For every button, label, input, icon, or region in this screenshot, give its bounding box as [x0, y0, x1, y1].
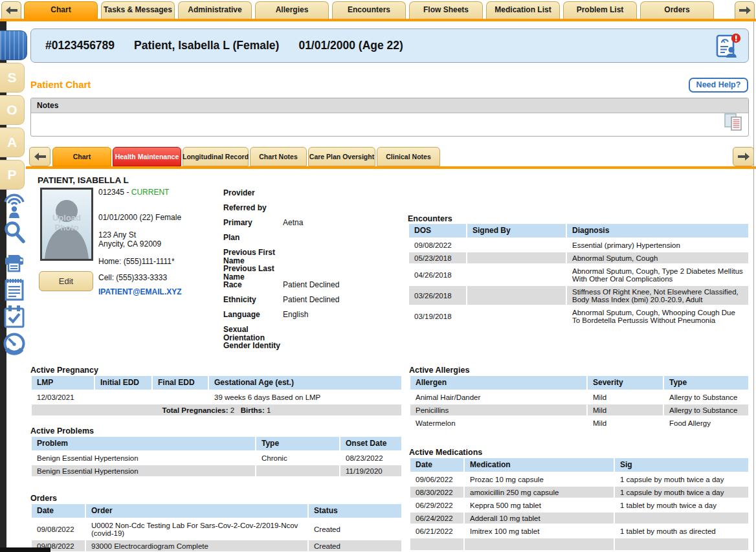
- col-diagnosis: Diagnosis: [567, 224, 748, 237]
- encounter-row[interactable]: 09/08/2022Essential (primary) Hypertensi…: [409, 239, 748, 250]
- top-tab-administrative[interactable]: Administrative: [178, 1, 252, 19]
- pregnancy-row[interactable]: 12/03/202139 weeks 6 days Based on LMP: [32, 392, 401, 403]
- table-header-row: Allergen Severity Type: [410, 376, 748, 390]
- encounter-row[interactable]: 04/26/2018Abnormal Sputum, Cough, Type 2…: [409, 265, 748, 284]
- col-type: Type: [256, 437, 339, 450]
- col-lmp: LMP: [32, 376, 94, 390]
- arrow-left-icon: [6, 6, 17, 14]
- active-medications-table: Date Medication Sig 09/06/2022Prozac 10 …: [409, 456, 750, 552]
- col-signed-by: Signed By: [467, 224, 566, 237]
- patient-photo-upload[interactable]: UploadPhoto: [40, 188, 93, 261]
- top-tab-tasks-messages[interactable]: Tasks & Messages: [101, 1, 175, 19]
- demo-value: [283, 248, 401, 265]
- sidebar-tab-subjective[interactable]: S: [0, 63, 25, 93]
- sidebar-tab-label: O: [6, 102, 17, 118]
- problem-row[interactable]: Benign Essential Hypertension11/19/2020: [32, 465, 401, 476]
- encounter-row[interactable]: 03/26/2018Stiffness Of Right Knee, Not E…: [409, 286, 748, 305]
- col-med-date: Date: [410, 458, 463, 472]
- sidebar-tab-objective[interactable]: O: [0, 95, 25, 125]
- top-tab-bar: Chart Tasks & Messages Administrative Al…: [0, 0, 756, 19]
- col-gestational-age: Gestational Age (est.): [209, 376, 401, 390]
- allergy-row[interactable]: WatermelonMildFood Allergy: [410, 417, 748, 428]
- sidebar-tab-chart[interactable]: [0, 30, 27, 60]
- chart-tab-health-maintenance[interactable]: Health Maintenance: [113, 147, 181, 166]
- chart-tab-clinical-notes[interactable]: Clinical Notes: [377, 147, 440, 166]
- active-pregnancy-title: Active Pregnancy: [30, 366, 98, 375]
- chart-tab-chart-notes[interactable]: Chart Notes: [250, 147, 307, 166]
- patient-dob-line: 01/01/2000 (22) Female: [98, 214, 181, 222]
- col-status: Status: [309, 504, 401, 518]
- demo-value: [283, 265, 401, 282]
- demo-value: [283, 204, 401, 212]
- medication-row[interactable]: 06/24/2022Adderall 10 mg tablet: [410, 513, 748, 524]
- patient-summary-icon: [714, 33, 741, 60]
- col-order: Order: [86, 504, 307, 518]
- medication-row[interactable]: 09/06/2022Prozac 10 mg capsule1 capsule …: [410, 474, 748, 485]
- upload-photo-label: UploadPhoto: [42, 213, 91, 232]
- patient-dob: 01/01/2000 (Age 22): [298, 39, 403, 52]
- top-tab-orders[interactable]: Orders: [640, 1, 714, 19]
- dictation-button[interactable]: [2, 192, 27, 218]
- search-icon: [3, 220, 26, 245]
- active-problems-title: Active Problems: [30, 426, 94, 436]
- window-right-border: [753, 21, 754, 552]
- col-date: Date: [32, 504, 85, 518]
- chart-tab-chart[interactable]: Chart: [52, 147, 111, 166]
- notes-label: Notes: [31, 98, 748, 113]
- allergy-row[interactable]: PenicillinsMildAllergy to Substance: [410, 404, 748, 415]
- arrow-right-icon: [739, 6, 751, 14]
- encounter-row[interactable]: 05/23/2018Abnormal Sputum, Cough: [409, 252, 748, 263]
- orders-title: Orders: [30, 494, 57, 503]
- calendar-check-icon: [2, 304, 27, 329]
- top-nav-back-button[interactable]: [1, 1, 21, 19]
- edit-patient-button[interactable]: Edit: [39, 271, 93, 291]
- top-tab-allergies[interactable]: Allergies: [255, 1, 329, 19]
- medication-row[interactable]: [410, 538, 748, 550]
- orders-table: Date Order Status 09/08/2022U0002 Non-Cd…: [30, 502, 403, 552]
- schedule-button[interactable]: [2, 304, 27, 329]
- paste-note-icon[interactable]: [724, 113, 744, 135]
- medication-row[interactable]: 06/21/2022Imitrex 100 mg tablet1 tablet …: [410, 525, 748, 536]
- patient-email-link[interactable]: IPATIENT@EMAIL.XYZ: [98, 288, 182, 296]
- chart-tabs-forward-button[interactable]: [733, 147, 754, 166]
- problem-row[interactable]: Benign Essential HypertensionChronic08/2…: [32, 452, 401, 463]
- dashboard-button[interactable]: [2, 331, 27, 356]
- patient-status: CURRENT: [131, 188, 170, 197]
- chart-tabs-back-button[interactable]: [29, 147, 50, 166]
- top-tab-medication-list[interactable]: Medication List: [486, 1, 560, 19]
- chart-tab-care-plan-oversight[interactable]: Care Plan Oversight: [308, 147, 375, 166]
- search-button[interactable]: [2, 220, 27, 245]
- order-row[interactable]: 09/08/2022U0002 Non-Cdc Testing Lab For …: [32, 520, 401, 538]
- notes-panel[interactable]: Notes: [30, 98, 749, 137]
- chart-tabs-accent-bar: [26, 166, 756, 169]
- scrollbar-corner: [0, 547, 50, 552]
- chart-tab-longitudinal-record[interactable]: Longitudinal Record: [183, 147, 249, 166]
- order-row[interactable]: 09/08/202293000 Electrocardiogram Comple…: [32, 540, 401, 551]
- allergy-row[interactable]: Animal Hair/DanderMildAllergy to Substan…: [410, 392, 748, 403]
- top-nav-forward-button[interactable]: [735, 1, 755, 19]
- col-sig: Sig: [615, 458, 748, 472]
- active-allergies-table: Allergen Severity Type Animal Hair/Dande…: [409, 374, 750, 430]
- demographics-panel: Provider Referred by PrimaryAetna Plan P…: [223, 189, 401, 357]
- demo-label: Race: [223, 281, 283, 289]
- medication-row[interactable]: 08/30/2022amoxicillin 250 mg capsule1 ca…: [410, 487, 748, 498]
- need-help-button[interactable]: Need Help?: [689, 78, 748, 93]
- table-header-row: Date Order Status: [32, 504, 401, 518]
- patient-account-line: 012345 - CURRENT: [98, 188, 169, 197]
- print-button[interactable]: [2, 248, 27, 273]
- notes-list-button[interactable]: [2, 276, 27, 302]
- table-header-row: DOS Signed By Diagnosis: [409, 224, 748, 237]
- pregnancy-totals-row: Total Pregnancies: 2 Births: 1: [32, 404, 401, 415]
- print-icon: [2, 248, 27, 273]
- arrow-right-icon: [738, 153, 750, 160]
- patient-summary-button[interactable]: [714, 33, 741, 60]
- demo-label: Sexual Orientation: [223, 326, 283, 342]
- top-tab-flow-sheets[interactable]: Flow Sheets: [409, 1, 483, 19]
- top-tab-chart[interactable]: Chart: [24, 1, 98, 19]
- top-tab-encounters[interactable]: Encounters: [332, 1, 406, 19]
- encounter-row[interactable]: 03/19/2018Abnormal Sputum, Cough, Whoopi…: [409, 307, 748, 326]
- medication-row[interactable]: 06/29/2022Keppra 500 mg tablet1 tablet b…: [410, 500, 748, 511]
- chart-tab-bar: Chart Health Maintenance Longitudinal Re…: [0, 147, 756, 166]
- top-tab-problem-list[interactable]: Problem List: [563, 1, 637, 19]
- demo-label: Previous Last Name: [223, 265, 283, 282]
